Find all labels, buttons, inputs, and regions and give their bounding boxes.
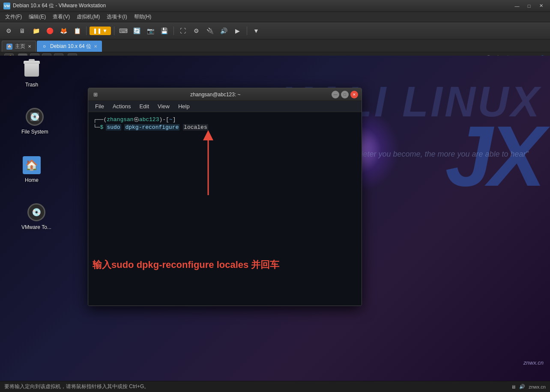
pause-arrow: ▼ — [102, 28, 108, 34]
toolbar-refresh[interactable]: 🔄 — [131, 25, 143, 37]
terminal-titlebar: ⊞ zhangsan@abc123: ~ — □ ✕ — [88, 88, 362, 101]
cmd-space1 — [121, 124, 125, 131]
prompt-at: ㉿ — [134, 116, 139, 123]
desktop-icon-home[interactable]: 🏠 Home — [20, 153, 44, 185]
status-right: 🖥 🔊 znwx.cn — [511, 384, 546, 389]
desktop-icon-trash[interactable]: Trash — [20, 58, 44, 89]
tab-home-label: 主页 — [15, 43, 25, 50]
toolbar-separator-3 — [173, 27, 174, 35]
status-icon-1: 🖥 — [511, 384, 516, 389]
tab-debian-close[interactable]: ✕ — [94, 44, 97, 49]
term-menu-view[interactable]: View — [153, 102, 174, 110]
terminal-title: zhangsan@abc123: ~ — [99, 92, 332, 98]
toolbar-btn-5[interactable]: 🦊 — [57, 25, 69, 37]
tab-bar: 🏠 主页 ✕ D Debian 10.x 64 位 ✕ — [0, 39, 550, 52]
term-menu-help[interactable]: Help — [174, 102, 194, 110]
vmware-menubar: 文件(F) 编辑(E) 查看(V) 虚拟机(M) 选项卡(I) 帮助(H) — [0, 12, 550, 22]
prompt-dollar: $ — [100, 124, 104, 131]
home-shape: 🏠 — [23, 156, 41, 174]
terminal-menu: File Actions Edit View Help — [88, 101, 362, 112]
window-controls: — □ ✕ — [511, 2, 547, 10]
vmware-titlebar: VM Debian 10.x 64 位 - VMware Workstation… — [0, 0, 550, 12]
home-label: Home — [25, 177, 39, 183]
prompt-dash: ┌── — [93, 116, 103, 123]
prompt-hostname: abc123 — [139, 116, 159, 123]
toolbar-btn-4[interactable]: 🔴 — [44, 25, 56, 37]
toolbar-separator-4 — [247, 27, 247, 35]
maximize-button[interactable]: □ — [523, 2, 535, 10]
minimize-button[interactable]: — — [511, 2, 523, 10]
menu-help[interactable]: 帮助(H) — [131, 12, 155, 21]
tab-home[interactable]: 🏠 主页 ✕ — [2, 41, 36, 52]
toolbar-send-ctrl[interactable]: ⌨ — [117, 25, 129, 37]
pause-button[interactable]: ❚❚ ▼ — [90, 27, 111, 35]
znwx-logo: znwx.cn — [523, 359, 544, 366]
menu-file[interactable]: 文件(F) — [2, 12, 25, 21]
toolbar-btn-1[interactable]: ⚙ — [3, 25, 15, 37]
desktop: JX KALI LINUX "The quieter you become, t… — [0, 56, 550, 381]
toolbar-separator-2 — [114, 27, 114, 35]
window-title: Debian 10.x 64 位 - VMware Workstation — [13, 2, 511, 9]
home-icon: 🏠 — [21, 155, 42, 175]
terminal-prompt-line1: ┌── ( zhangsan ㉿ abc123 )-[ ~ ] — [93, 116, 356, 123]
vmtools-shape: 💿 — [27, 203, 45, 221]
filesystem-icon: 💽 — [24, 107, 45, 127]
terminal-controls: — □ ✕ — [332, 91, 358, 98]
prompt-paren-close: )-[ — [159, 116, 169, 123]
term-menu-file[interactable]: File — [91, 102, 108, 110]
prompt-paren-open: ( — [103, 116, 107, 123]
fs-shape: 💽 — [26, 108, 44, 126]
pause-icon: ❚❚ — [93, 28, 102, 34]
tab-debian-label: Debian 10.x 64 位 — [50, 43, 91, 50]
term-close-btn[interactable]: ✕ — [350, 91, 358, 98]
cmd-space2 — [179, 124, 183, 131]
tab-home-close[interactable]: ✕ — [28, 44, 31, 49]
terminal-content[interactable]: ┌── ( zhangsan ㉿ abc123 )-[ ~ ] └─ $ sud… — [88, 112, 362, 306]
toolbar-snapshot2[interactable]: 💾 — [158, 25, 170, 37]
trash-shape — [24, 61, 39, 79]
menu-view[interactable]: 查看(V) — [49, 12, 73, 21]
toolbar-snapshot[interactable]: 📷 — [145, 25, 157, 37]
cmd-sudo: sudo — [106, 124, 121, 131]
desktop-icon-filesystem[interactable]: 💽 File System — [20, 105, 50, 137]
cmd-dpkg: dpkg-reconfigure — [124, 124, 179, 131]
vmwaretools-icon: 💿 — [26, 202, 47, 223]
toolbar-separator-1 — [86, 27, 87, 35]
tab-debian-icon: D — [42, 44, 48, 50]
filesystem-label: File System — [21, 129, 48, 135]
prompt-dir: ~ — [169, 116, 173, 123]
terminal-command-line: └─ $ sudo dpkg-reconfigure locales — [93, 124, 356, 131]
prompt-line-cont: └─ — [93, 124, 100, 131]
term-minimize-btn[interactable]: — — [332, 91, 339, 98]
toolbar-cmd[interactable]: ▶ — [232, 25, 244, 37]
status-icon-2: 🔊 — [519, 384, 525, 389]
statusbar: 要将输入定向到该虚拟机，请将鼠标指针移入其中或按 Ctrl+G。 🖥 🔊 znw… — [0, 381, 550, 392]
vmware-toolbar: ⚙ 🖥 📁 🔴 🦊 📋 ❚❚ ▼ ⌨ 🔄 📷 💾 ⛶ ⚙ 🔌 🔊 ▶ ▼ — [0, 22, 550, 39]
tab-debian[interactable]: D Debian 10.x 64 位 ✕ — [37, 41, 102, 52]
toolbar-btn-6[interactable]: 📋 — [71, 25, 83, 37]
trash-lid — [24, 61, 40, 64]
toolbar-usb[interactable]: 🔌 — [204, 25, 216, 37]
prompt-bracket-close: ] — [173, 116, 176, 123]
menu-vm[interactable]: 虚拟机(M) — [73, 12, 103, 21]
term-maximize-btn[interactable]: □ — [341, 91, 349, 98]
toolbar-btn-3[interactable]: 📁 — [30, 25, 42, 37]
close-button[interactable]: ✕ — [535, 2, 547, 10]
term-expand-btn[interactable]: ⊞ — [92, 91, 99, 98]
kali-quote: "The quieter you become, the more you ar… — [335, 150, 529, 159]
cmd-locales: locales — [183, 124, 208, 131]
term-menu-edit[interactable]: Edit — [135, 102, 153, 110]
menu-edit[interactable]: 编辑(E) — [25, 12, 49, 21]
tab-home-icon: 🏠 — [6, 44, 12, 50]
vmware-icon: VM — [3, 3, 10, 9]
toolbar-btn-2[interactable]: 🖥 — [16, 25, 28, 37]
toolbar-fullscreen[interactable]: ⛶ — [177, 25, 189, 37]
toolbar-audio[interactable]: 🔊 — [218, 25, 230, 37]
toolbar-extra[interactable]: ▼ — [250, 25, 262, 37]
desktop-icon-vmwaretools[interactable]: 💿 VMware To... — [20, 200, 53, 232]
term-menu-actions[interactable]: Actions — [108, 102, 135, 110]
vmwaretools-label: VMware To... — [21, 224, 51, 230]
trash-body — [24, 64, 39, 77]
menu-tab[interactable]: 选项卡(I) — [103, 12, 130, 21]
toolbar-settings[interactable]: ⚙ — [191, 25, 203, 37]
